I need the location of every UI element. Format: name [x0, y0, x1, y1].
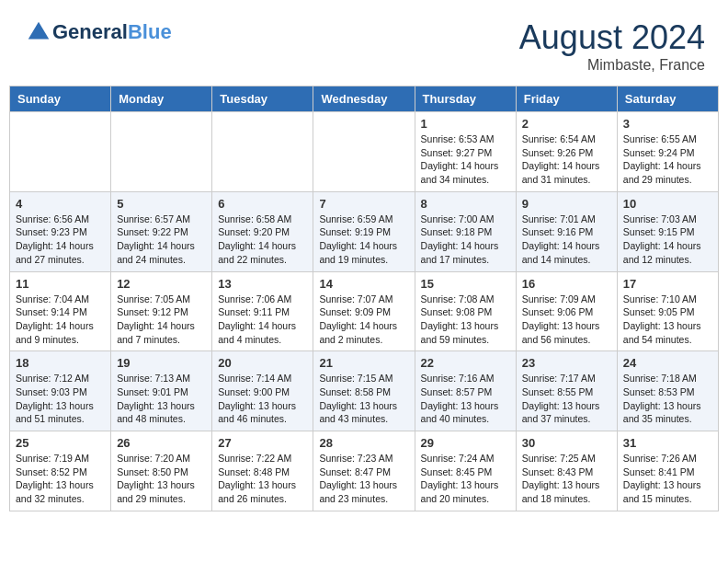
- day-number: 23: [522, 356, 611, 370]
- day-number: 27: [218, 436, 307, 450]
- calendar-table: SundayMondayTuesdayWednesdayThursdayFrid…: [9, 86, 719, 511]
- day-info: Sunrise: 6:57 AM Sunset: 9:22 PM Dayligh…: [117, 213, 206, 267]
- weekday-header-row: SundayMondayTuesdayWednesdayThursdayFrid…: [10, 86, 719, 112]
- calendar-cell: 11Sunrise: 7:04 AM Sunset: 9:14 PM Dayli…: [10, 271, 111, 351]
- calendar-cell: [313, 112, 415, 192]
- calendar-cell: 12Sunrise: 7:05 AM Sunset: 9:12 PM Dayli…: [111, 271, 212, 351]
- calendar-cell: 18Sunrise: 7:12 AM Sunset: 9:03 PM Dayli…: [10, 351, 111, 431]
- day-number: 6: [218, 197, 307, 211]
- day-info: Sunrise: 7:03 AM Sunset: 9:15 PM Dayligh…: [623, 213, 712, 267]
- day-info: Sunrise: 6:54 AM Sunset: 9:26 PM Dayligh…: [522, 132, 611, 187]
- day-info: Sunrise: 6:55 AM Sunset: 9:24 PM Dayligh…: [623, 132, 712, 187]
- calendar-cell: 6Sunrise: 6:58 AM Sunset: 9:20 PM Daylig…: [212, 191, 313, 271]
- day-number: 18: [16, 356, 105, 370]
- calendar-cell: 14Sunrise: 7:07 AM Sunset: 9:09 PM Dayli…: [313, 271, 415, 351]
- calendar-cell: 15Sunrise: 7:08 AM Sunset: 9:08 PM Dayli…: [415, 271, 516, 351]
- calendar-cell: [212, 112, 313, 192]
- title-block: August 2024 Mimbaste, France: [519, 18, 705, 74]
- calendar-cell: 7Sunrise: 6:59 AM Sunset: 9:19 PM Daylig…: [313, 191, 415, 271]
- calendar-week-4: 18Sunrise: 7:12 AM Sunset: 9:03 PM Dayli…: [10, 351, 719, 431]
- day-number: 16: [522, 277, 611, 291]
- calendar-week-5: 25Sunrise: 7:19 AM Sunset: 8:52 PM Dayli…: [10, 431, 719, 511]
- day-number: 5: [117, 197, 206, 211]
- day-info: Sunrise: 7:17 AM Sunset: 8:55 PM Dayligh…: [522, 372, 611, 426]
- calendar-cell: 1Sunrise: 6:53 AM Sunset: 9:27 PM Daylig…: [415, 112, 516, 192]
- calendar-cell: 26Sunrise: 7:20 AM Sunset: 8:50 PM Dayli…: [111, 431, 212, 511]
- location: Mimbaste, France: [519, 57, 705, 74]
- day-number: 15: [421, 277, 510, 291]
- weekday-header-wednesday: Wednesday: [313, 86, 415, 112]
- day-number: 28: [319, 436, 408, 450]
- day-info: Sunrise: 7:07 AM Sunset: 9:09 PM Dayligh…: [319, 293, 408, 347]
- day-number: 24: [623, 356, 712, 370]
- weekday-header-friday: Friday: [516, 86, 617, 112]
- calendar-week-3: 11Sunrise: 7:04 AM Sunset: 9:14 PM Dayli…: [10, 271, 719, 351]
- calendar-cell: 16Sunrise: 7:09 AM Sunset: 9:06 PM Dayli…: [516, 271, 617, 351]
- logo: GeneralBlue: [23, 18, 172, 46]
- day-info: Sunrise: 7:10 AM Sunset: 9:05 PM Dayligh…: [623, 293, 712, 347]
- day-info: Sunrise: 6:59 AM Sunset: 9:19 PM Dayligh…: [319, 213, 408, 267]
- calendar-week-1: 1Sunrise: 6:53 AM Sunset: 9:27 PM Daylig…: [10, 112, 719, 192]
- calendar-cell: 29Sunrise: 7:24 AM Sunset: 8:45 PM Dayli…: [415, 431, 516, 511]
- day-number: 31: [623, 436, 712, 450]
- day-number: 12: [117, 277, 206, 291]
- calendar-cell: 23Sunrise: 7:17 AM Sunset: 8:55 PM Dayli…: [516, 351, 617, 431]
- day-number: 22: [421, 356, 510, 370]
- day-info: Sunrise: 6:56 AM Sunset: 9:23 PM Dayligh…: [16, 213, 105, 267]
- calendar-cell: 24Sunrise: 7:18 AM Sunset: 8:53 PM Dayli…: [617, 351, 718, 431]
- day-info: Sunrise: 7:01 AM Sunset: 9:16 PM Dayligh…: [522, 213, 611, 267]
- day-info: Sunrise: 7:12 AM Sunset: 9:03 PM Dayligh…: [16, 372, 105, 426]
- calendar-cell: 30Sunrise: 7:25 AM Sunset: 8:43 PM Dayli…: [516, 431, 617, 511]
- day-number: 10: [623, 197, 712, 211]
- day-info: Sunrise: 7:23 AM Sunset: 8:47 PM Dayligh…: [319, 452, 408, 506]
- calendar-cell: 10Sunrise: 7:03 AM Sunset: 9:15 PM Dayli…: [617, 191, 718, 271]
- day-number: 30: [522, 436, 611, 450]
- day-info: Sunrise: 7:04 AM Sunset: 9:14 PM Dayligh…: [16, 293, 105, 347]
- day-info: Sunrise: 7:18 AM Sunset: 8:53 PM Dayligh…: [623, 372, 712, 426]
- day-number: 26: [117, 436, 206, 450]
- calendar-cell: 25Sunrise: 7:19 AM Sunset: 8:52 PM Dayli…: [10, 431, 111, 511]
- month-year: August 2024: [519, 18, 705, 57]
- day-number: 7: [319, 197, 408, 211]
- calendar-cell: 31Sunrise: 7:26 AM Sunset: 8:41 PM Dayli…: [617, 431, 718, 511]
- calendar-cell: 27Sunrise: 7:22 AM Sunset: 8:48 PM Dayli…: [212, 431, 313, 511]
- calendar-cell: 9Sunrise: 7:01 AM Sunset: 9:16 PM Daylig…: [516, 191, 617, 271]
- day-info: Sunrise: 7:00 AM Sunset: 9:18 PM Dayligh…: [421, 213, 510, 267]
- day-number: 17: [623, 277, 712, 291]
- day-info: Sunrise: 7:26 AM Sunset: 8:41 PM Dayligh…: [623, 452, 712, 506]
- day-info: Sunrise: 6:53 AM Sunset: 9:27 PM Dayligh…: [421, 132, 510, 187]
- weekday-header-sunday: Sunday: [10, 86, 111, 112]
- calendar-cell: 17Sunrise: 7:10 AM Sunset: 9:05 PM Dayli…: [617, 271, 718, 351]
- day-number: 25: [16, 436, 105, 450]
- day-number: 19: [117, 356, 206, 370]
- day-number: 3: [623, 117, 712, 131]
- day-info: Sunrise: 7:15 AM Sunset: 8:58 PM Dayligh…: [319, 372, 408, 426]
- day-info: Sunrise: 6:58 AM Sunset: 9:20 PM Dayligh…: [218, 213, 307, 267]
- logo-text: GeneralBlue: [52, 21, 172, 43]
- day-number: 4: [16, 197, 105, 211]
- day-number: 2: [522, 117, 611, 131]
- calendar-cell: 3Sunrise: 6:55 AM Sunset: 9:24 PM Daylig…: [617, 112, 718, 192]
- calendar-cell: 20Sunrise: 7:14 AM Sunset: 9:00 PM Dayli…: [212, 351, 313, 431]
- day-number: 9: [522, 197, 611, 211]
- calendar-cell: [10, 112, 111, 192]
- calendar-cell: 2Sunrise: 6:54 AM Sunset: 9:26 PM Daylig…: [516, 112, 617, 192]
- calendar-week-2: 4Sunrise: 6:56 AM Sunset: 9:23 PM Daylig…: [10, 191, 719, 271]
- calendar-cell: 21Sunrise: 7:15 AM Sunset: 8:58 PM Dayli…: [313, 351, 415, 431]
- day-info: Sunrise: 7:20 AM Sunset: 8:50 PM Dayligh…: [117, 452, 206, 506]
- calendar-cell: [111, 112, 212, 192]
- day-info: Sunrise: 7:05 AM Sunset: 9:12 PM Dayligh…: [117, 293, 206, 347]
- day-number: 8: [421, 197, 510, 211]
- day-info: Sunrise: 7:16 AM Sunset: 8:57 PM Dayligh…: [421, 372, 510, 426]
- calendar-cell: 4Sunrise: 6:56 AM Sunset: 9:23 PM Daylig…: [10, 191, 111, 271]
- day-number: 11: [16, 277, 105, 291]
- weekday-header-thursday: Thursday: [415, 86, 516, 112]
- weekday-header-monday: Monday: [111, 86, 212, 112]
- day-info: Sunrise: 7:19 AM Sunset: 8:52 PM Dayligh…: [16, 452, 105, 506]
- calendar-cell: 5Sunrise: 6:57 AM Sunset: 9:22 PM Daylig…: [111, 191, 212, 271]
- day-info: Sunrise: 7:24 AM Sunset: 8:45 PM Dayligh…: [421, 452, 510, 506]
- calendar-cell: 28Sunrise: 7:23 AM Sunset: 8:47 PM Dayli…: [313, 431, 415, 511]
- day-number: 14: [319, 277, 408, 291]
- day-number: 1: [421, 117, 510, 131]
- calendar-cell: 8Sunrise: 7:00 AM Sunset: 9:18 PM Daylig…: [415, 191, 516, 271]
